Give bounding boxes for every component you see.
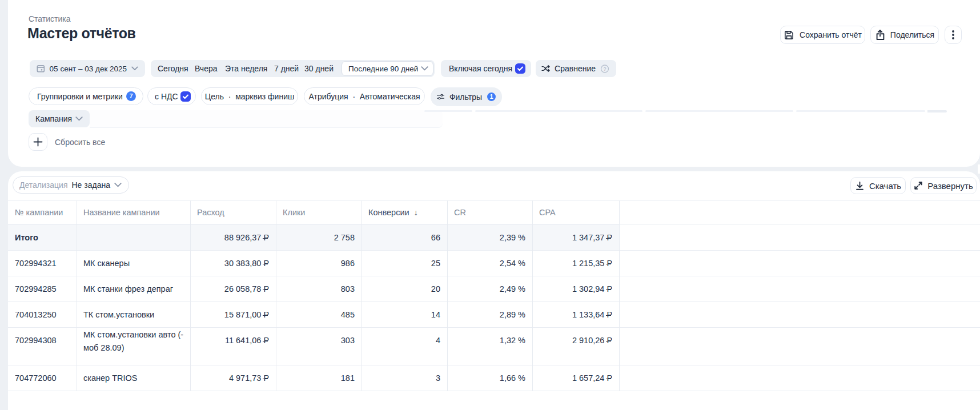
svg-text:?: ? [604, 66, 607, 71]
